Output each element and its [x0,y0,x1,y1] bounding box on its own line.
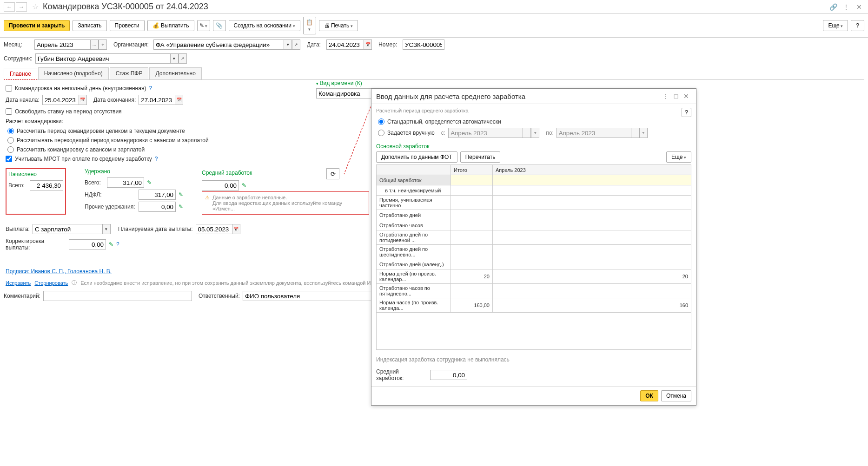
nav-back-button[interactable]: ← [4,2,15,12]
fill-fot-button[interactable]: Дополнить по данным ФОТ [376,151,457,163]
month-input[interactable] [34,39,90,50]
comment-input[interactable] [43,291,192,301]
table-row[interactable]: Норма дней (по произв. календар...2020 [377,269,691,284]
close-icon[interactable]: ✕ [854,2,864,12]
calc-r3-radio[interactable] [7,146,14,153]
date-label: Дата: [307,41,324,48]
partial-day-checkbox[interactable] [6,85,12,92]
save-button[interactable]: Записать [73,20,106,31]
org-open[interactable]: ↗ [292,39,300,50]
num-input[interactable] [403,39,444,50]
free-rate-checkbox[interactable] [6,108,12,115]
kebab-icon[interactable]: ⋮ [841,2,851,12]
resp-input[interactable] [243,291,391,301]
pencil-icon[interactable]: ✎ [179,203,183,210]
date-cal[interactable]: 📅 [364,39,372,50]
popup-close-icon[interactable]: ✕ [681,92,691,101]
popup-max-icon[interactable]: □ [671,92,681,101]
from-input [448,128,523,138]
wand-button[interactable]: ✎ [197,20,210,31]
table-row[interactable]: Отработано часов [377,220,691,230]
pay-button[interactable]: 💰 Выплатить [147,20,194,31]
end-input[interactable] [139,95,175,105]
table-row[interactable]: Отработано часов по пятидневно... [377,284,691,298]
warning-box: ⚠ Данные о заработке неполные. Для ввода… [202,191,369,215]
start-input[interactable] [42,95,79,105]
to-more[interactable]: … [631,128,639,138]
org-input[interactable] [153,39,284,50]
earning-table[interactable]: Итого Апрель 2023 Общий заработок в т.ч.… [376,164,691,303]
plan-date-input[interactable] [196,224,232,234]
from-spin[interactable]: ÷ [531,128,539,138]
help-icon[interactable]: ? [149,85,152,92]
emp-open[interactable]: ↗ [179,53,187,64]
payout-input[interactable] [33,224,102,234]
end-cal[interactable]: 📅 [175,95,183,105]
popup-help-button[interactable]: ? [682,108,691,117]
refresh-button[interactable]: ⟳ [326,168,339,179]
create-based-button[interactable]: Создать на основании [229,20,300,31]
plan-date-cal[interactable]: 📅 [232,224,240,234]
date-input[interactable] [326,39,364,50]
month-spin[interactable]: ÷ [99,39,107,50]
help-icon[interactable]: ? [116,241,119,248]
ndfl-input[interactable] [139,190,176,200]
corr-input[interactable] [69,239,106,249]
org-dd[interactable]: ▾ [284,39,292,50]
accrued-total-input[interactable] [30,180,63,190]
col-apr: Апрель 2023 [493,165,691,175]
print-button[interactable]: 🖨 Печать [319,20,358,31]
from-more[interactable]: … [523,128,531,138]
time-type-link[interactable]: Вид времени (К) [316,80,462,86]
table-row[interactable]: Премия, учитываемая частично [377,196,691,210]
end-label: Дата окончания: [93,97,136,103]
table-row[interactable]: Общий заработок [377,175,691,185]
corr-label: Корректировка выплаты: [6,238,66,251]
calc-r1-radio[interactable] [7,128,14,134]
table-row[interactable]: Отработано дней [377,210,691,220]
pencil-icon[interactable]: ✎ [242,182,246,189]
popup-kebab-icon[interactable]: ⋮ [661,92,671,101]
avg-input[interactable] [202,180,239,190]
table-row[interactable]: в т.ч. неиндексируемый [377,185,691,196]
table-row[interactable]: Норма часов (по произв. календа...160,00… [377,298,691,303]
popup-more-button[interactable]: Еще [666,151,691,163]
help-button[interactable]: ? [851,20,864,31]
payout-dd[interactable]: ▾ [102,224,111,234]
post-close-button[interactable]: Провести и закрыть [4,20,70,31]
withheld-total-input[interactable] [107,177,144,188]
tab-accrued[interactable]: Начислено (подробно) [38,67,109,79]
help-icon[interactable]: ? [155,156,158,162]
pencil-icon[interactable]: ✎ [109,241,113,248]
nav-fwd-button[interactable]: → [16,2,27,12]
emp-dd[interactable]: ▾ [170,53,179,64]
fix-link[interactable]: Исправить [6,280,31,286]
col-total: Итого [451,165,493,175]
mrot-checkbox[interactable] [6,156,12,162]
signs-link[interactable]: Подписи: Иванов С. П., Голованова Н. В. [6,268,112,275]
calc-r2-radio[interactable] [7,137,14,144]
table-row[interactable]: Отработано дней по шестидневно... [377,245,691,259]
emp-input[interactable] [35,53,170,64]
storno-link[interactable]: Сторнировать [34,280,68,286]
period-manual-radio[interactable] [378,130,384,136]
post-button[interactable]: Провести [110,20,145,31]
start-cal[interactable]: 📅 [79,95,87,105]
tab-extra[interactable]: Дополнительно [149,67,201,79]
other-input[interactable] [139,202,176,212]
recalc-button[interactable]: Перечитать [460,151,501,163]
attach-button[interactable]: 📎 [213,20,226,31]
period-std-radio[interactable] [378,118,384,125]
table-row[interactable]: Отработано дней по пятидневной ... [377,230,691,245]
more-button[interactable]: Еще [823,20,848,31]
tab-main[interactable]: Главное [4,68,37,80]
pencil-icon[interactable]: ✎ [179,191,183,198]
pencil-icon[interactable]: ✎ [147,179,152,186]
to-spin[interactable]: ÷ [639,128,648,138]
month-clear[interactable]: … [90,39,99,50]
favorite-icon[interactable]: ☆ [30,2,41,11]
link-icon[interactable]: 🔗 [828,2,838,12]
table-row[interactable]: Отработано дней (календ.) [377,259,691,269]
clipboard-button[interactable]: 📋 [303,17,316,34]
tab-pfr[interactable]: Стаж ПФР [110,67,149,79]
